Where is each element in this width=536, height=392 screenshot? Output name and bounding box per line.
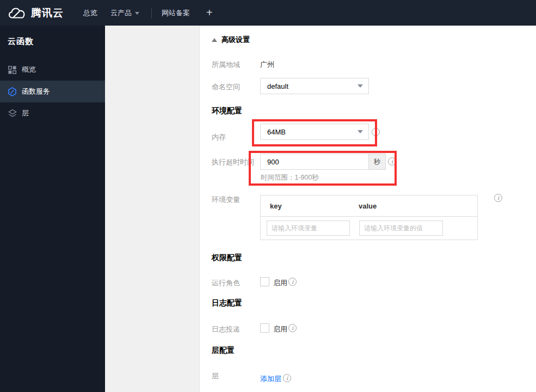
layer-label: 层 [212, 371, 219, 381]
env-vars-table-header: key value [261, 195, 477, 217]
env-vars-label: 环境变量 [212, 195, 240, 205]
advanced-settings-label: 高级设置 [221, 35, 250, 45]
sidebar-title: 云函数 [0, 26, 105, 47]
grid-icon [8, 65, 17, 75]
section-env-config: 环境配置 [212, 106, 242, 116]
env-vars-table: key value [260, 195, 478, 240]
run-role-enable-label: 启用 [273, 278, 287, 288]
function-hexagon-icon [8, 87, 17, 96]
region-value: 广州 [260, 60, 274, 70]
env-vars-info-icon[interactable]: i [494, 194, 502, 202]
timeout-input[interactable] [260, 154, 369, 170]
sidebar-item-overview-label: 概览 [22, 65, 36, 75]
memory-label: 内存 [212, 132, 226, 142]
section-layer-config: 层配置 [212, 346, 235, 356]
sidebar-menu: 概览 函数服务 层 [0, 59, 105, 124]
log-delivery-info-icon[interactable]: i [288, 324, 297, 332]
sidebar-item-function-service[interactable]: 函数服务 [0, 81, 105, 102]
namespace-label: 命名空间 [212, 82, 240, 92]
memory-select-value: 64MB [267, 128, 358, 136]
log-delivery-enable-checkbox[interactable] [260, 323, 269, 333]
chevron-down-icon [358, 84, 363, 88]
layers-icon [8, 109, 17, 118]
timeout-info-icon[interactable]: i [388, 157, 396, 166]
brand-name: 腾讯云 [31, 6, 64, 20]
env-value-header: value [359, 202, 377, 210]
run-role-label: 运行角色 [212, 278, 240, 288]
env-vars-table-row [261, 217, 477, 240]
memory-select[interactable]: 64MB [260, 124, 369, 140]
region-label: 所属地域 [212, 60, 240, 70]
log-delivery-enable-label: 启用 [273, 324, 287, 334]
sidebar-item-function-service-label: 函数服务 [22, 87, 50, 96]
timeout-label: 执行超时时间 [212, 157, 254, 167]
top-navbar: 腾讯云 总览 云产品 网站备案 + [0, 0, 536, 26]
log-delivery-label: 日志投递 [212, 324, 240, 334]
namespace-select-value: default [267, 82, 358, 90]
nav-item-overview[interactable]: 总览 [83, 8, 97, 18]
env-value-input[interactable] [359, 220, 443, 236]
memory-info-icon[interactable]: i [372, 128, 380, 136]
collapse-triangle-icon [212, 38, 217, 42]
timeout-input-group: 秒 [260, 154, 386, 170]
tencent-cloud-logo-icon [8, 6, 26, 20]
env-key-header: key [270, 202, 359, 210]
chevron-down-icon [358, 130, 363, 133]
section-log-config: 日志配置 [212, 298, 242, 308]
section-permission-config: 权限配置 [212, 253, 242, 263]
add-layer-link[interactable]: 添加层 [260, 374, 281, 384]
nav-item-website-icp-label: 网站备案 [162, 8, 190, 18]
run-role-enable-checkbox[interactable] [260, 277, 269, 286]
sidebar-item-overview[interactable]: 概览 [0, 59, 105, 81]
advanced-settings-toggle[interactable]: 高级设置 [212, 35, 250, 45]
namespace-select[interactable]: default [260, 78, 369, 94]
timeout-range-hint: 时间范围：1-900秒 [261, 173, 319, 182]
brand[interactable]: 腾讯云 [8, 6, 64, 20]
sidebar-item-layers[interactable]: 层 [0, 102, 105, 124]
sidebar: 云函数 概览 函数服务 [0, 26, 105, 392]
add-layer-info-icon[interactable]: i [283, 374, 291, 382]
add-tab-button[interactable]: + [206, 7, 213, 19]
run-role-info-icon[interactable]: i [288, 278, 297, 286]
nav-item-cloud-products-label: 云产品 [110, 8, 132, 18]
nav-item-overview-label: 总览 [83, 8, 97, 18]
nav-item-cloud-products[interactable]: 云产品 [110, 8, 139, 18]
function-config-form: 高级设置 所属地域 广州 命名空间 default 环境配置 内存 64MB i… [200, 26, 536, 392]
nav-item-website-icp[interactable]: 网站备案 [162, 8, 190, 18]
secondary-panel [105, 26, 200, 392]
sidebar-item-layers-label: 层 [22, 108, 29, 118]
chevron-down-icon [135, 12, 139, 15]
timeout-unit: 秒 [369, 154, 386, 170]
env-key-input[interactable] [267, 220, 350, 236]
nav-divider [151, 8, 152, 19]
